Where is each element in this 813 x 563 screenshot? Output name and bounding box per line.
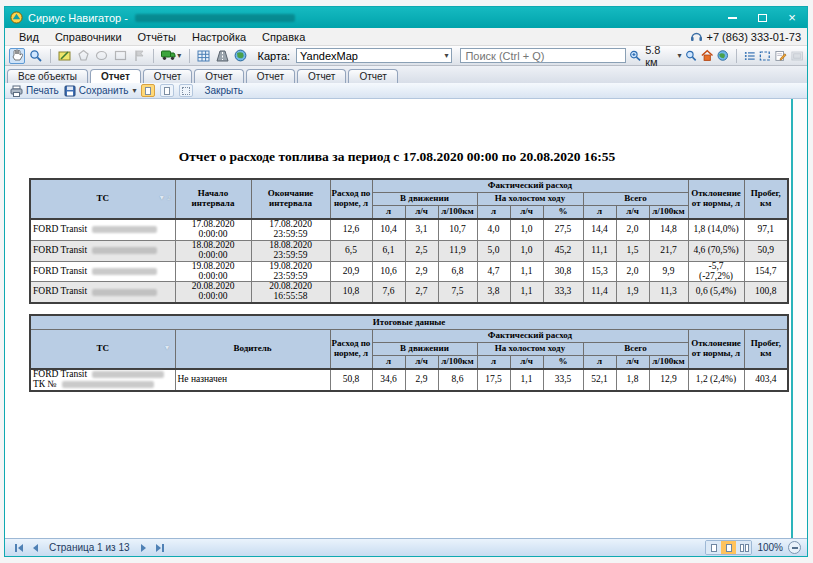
cell: -5,7 (-27,2%) — [688, 261, 744, 282]
col-header-mileage[interactable]: Пробег, км — [744, 329, 788, 368]
col-header-start[interactable]: Начало интервала — [175, 179, 251, 219]
cell: 403,4 — [744, 369, 788, 391]
grid-view-button[interactable] — [195, 48, 211, 64]
fuel-interval-table: ТС ▼ 2 Начало интервала Окончание интерв… — [29, 178, 789, 304]
geozones-button[interactable] — [233, 48, 249, 64]
app-window: Сириус Навигатор - × ВидСправочникиОтчёт… — [4, 6, 808, 557]
redacted-vehicle-name — [92, 268, 157, 275]
view-mode-multi-button[interactable] — [736, 541, 751, 554]
cell: 4,0 — [477, 219, 510, 240]
cell: 10,6 — [372, 261, 405, 282]
print-button[interactable]: Печать — [10, 85, 59, 97]
menu-item-0[interactable]: Вид — [11, 30, 47, 44]
edit-notes-icon[interactable] — [775, 49, 787, 62]
first-page-button[interactable] — [11, 541, 27, 555]
cell: 1,1 — [510, 369, 543, 391]
home-icon[interactable] — [701, 49, 713, 62]
col-header-norm[interactable]: Расход по норме, л — [330, 179, 372, 219]
last-page-button[interactable] — [152, 541, 168, 555]
draw-ellipse-button[interactable] — [94, 48, 110, 64]
col-header-driver[interactable]: Водитель — [175, 329, 330, 368]
edit-map-button[interactable] — [57, 48, 73, 64]
draw-polygon-button[interactable] — [75, 48, 91, 64]
zoom-tool-button[interactable] — [28, 48, 44, 64]
col-header-tc[interactable]: ТС ▼ — [30, 329, 175, 368]
save-label: Сохранить — [79, 85, 129, 96]
zoom-lens-icon[interactable] — [685, 49, 697, 62]
redacted-vehicle-name — [92, 371, 164, 378]
tab-3[interactable]: Отчет — [194, 69, 243, 83]
cell: 34,6 — [372, 369, 405, 391]
tab-4[interactable]: Отчет — [246, 69, 295, 83]
vehicle-menu-button[interactable]: ▾ — [160, 48, 183, 64]
menu-item-2[interactable]: Отчёты — [130, 30, 184, 44]
route-flag-button[interactable] — [131, 48, 147, 64]
menu-item-4[interactable]: Справка — [254, 30, 313, 44]
cell: 11,9 — [438, 240, 477, 261]
tab-6[interactable]: Отчет — [348, 69, 397, 83]
menu-item-1[interactable]: Справочники — [47, 30, 130, 44]
cell: 17.08.2020 23:59:59 — [251, 219, 330, 240]
vertical-scrollbar[interactable] — [791, 99, 807, 538]
col-header-actual: Фактический расход — [372, 329, 688, 342]
view-mode-single-button[interactable] — [706, 541, 721, 554]
save-icon — [64, 85, 76, 97]
table-row: FORD Transit18.08.2020 0:00:0018.08.2020… — [30, 240, 788, 261]
cell: 33,5 — [543, 369, 583, 391]
road-tool-button[interactable] — [214, 48, 230, 64]
cell: 1,0 — [510, 240, 543, 261]
map-provider-select[interactable]: YandexMap ▾ — [296, 48, 452, 63]
zoom-in-icon[interactable] — [629, 49, 641, 62]
cell: 12,9 — [649, 369, 688, 391]
tab-1[interactable]: Отчет — [90, 69, 141, 83]
col-header-deviation[interactable]: Отклонение от нормы, л — [688, 179, 744, 219]
fit-page-button[interactable] — [179, 84, 193, 97]
table-row: FORD TransitТК №Не назначен50,834,62,98,… — [30, 369, 788, 391]
col-header-end[interactable]: Окончание интервала — [251, 179, 330, 219]
draw-rectangle-button[interactable] — [113, 48, 129, 64]
next-page-button[interactable] — [136, 541, 152, 555]
minimize-button[interactable] — [717, 7, 747, 28]
close-report-button[interactable]: Закрыть — [204, 85, 243, 96]
cell: 17,5 — [477, 369, 510, 391]
cell: 100,8 — [744, 282, 788, 303]
report-view: Отчет о расходе топлива за период с 17.0… — [5, 99, 807, 538]
prev-page-button[interactable] — [27, 541, 43, 555]
zoom-out-button[interactable] — [788, 541, 801, 554]
col-group-total: Всего — [583, 342, 688, 355]
search-input[interactable] — [460, 48, 625, 63]
toolbar-separator — [736, 49, 737, 63]
cell: 30,8 — [543, 261, 583, 282]
col-header-tc[interactable]: ТС ▼ 2 — [30, 179, 175, 219]
polygon-icon — [77, 49, 90, 62]
chevron-down-icon: ▾ — [177, 51, 181, 60]
list-icon[interactable] — [744, 50, 756, 62]
continuous-view-button[interactable] — [160, 84, 174, 97]
world-map-icon[interactable] — [717, 49, 729, 62]
col-header-l: л — [583, 355, 616, 368]
cell: 8,6 — [438, 369, 477, 391]
prev-page-icon — [33, 544, 38, 552]
printer-icon — [10, 85, 23, 97]
redacted-vehicle-name — [92, 226, 157, 233]
tab-2[interactable]: Отчет — [143, 69, 192, 83]
cell: 21,7 — [649, 240, 688, 261]
vehicle-cell: FORD TransitТК № — [30, 369, 175, 391]
col-header-mileage[interactable]: Пробег, км — [744, 179, 788, 219]
maximize-button[interactable] — [747, 7, 777, 28]
support-phone: +7 (863) 333-01-73 — [707, 31, 801, 43]
close-button[interactable]: × — [777, 7, 807, 28]
pan-tool-button[interactable] — [9, 48, 25, 64]
menu-item-3[interactable]: Настройка — [184, 30, 254, 44]
tab-0[interactable]: Все объекты — [7, 69, 88, 83]
cell: 27,5 — [543, 219, 583, 240]
save-button[interactable]: Сохранить ▾ — [64, 85, 137, 97]
select-area-icon[interactable] — [759, 50, 771, 62]
single-page-view-button[interactable] — [141, 84, 155, 97]
view-mode-facing-button[interactable] — [721, 541, 736, 554]
tab-5[interactable]: Отчет — [297, 69, 346, 83]
map-scale-value[interactable]: 5.8 км — [645, 44, 672, 68]
col-header-deviation[interactable]: Отклонение от нормы, л — [688, 329, 744, 368]
col-header-norm[interactable]: Расход по норме, л — [330, 329, 372, 368]
page-icon — [145, 87, 151, 95]
